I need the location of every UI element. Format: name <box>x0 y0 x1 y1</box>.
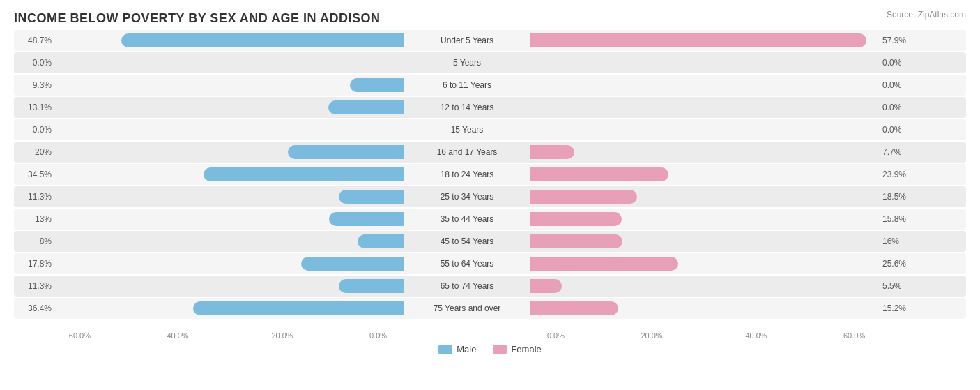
female-value: 23.9% <box>878 170 920 179</box>
male-bar <box>339 190 404 204</box>
male-bar-wrap <box>56 190 404 204</box>
legend-male: Male <box>438 344 476 354</box>
female-value: 5.5% <box>878 281 920 291</box>
female-bar-wrap <box>530 234 878 248</box>
female-value: 18.5% <box>878 192 920 202</box>
male-value: 11.3% <box>14 281 56 291</box>
male-bar <box>328 100 404 114</box>
male-bar <box>329 212 404 226</box>
chart-row: 13% 35 to 44 Years 15.8% <box>14 209 966 230</box>
female-bar <box>530 301 618 315</box>
female-bar-wrap <box>530 123 878 137</box>
age-label: 6 to 11 Years <box>404 80 530 90</box>
age-label: 16 and 17 Years <box>404 147 530 157</box>
male-bar-wrap <box>56 78 404 92</box>
male-value: 8% <box>14 237 56 246</box>
male-bar <box>358 234 404 248</box>
row-inner: 48.7% Under 5 Years 57.9% <box>14 30 966 51</box>
legend-male-box <box>438 345 452 354</box>
female-value: 7.7% <box>878 147 920 157</box>
female-bar <box>530 190 637 204</box>
female-bar <box>530 167 668 181</box>
row-inner: 11.3% 65 to 74 Years 5.5% <box>14 276 966 297</box>
age-label: Under 5 Years <box>404 36 530 45</box>
female-bar-wrap <box>530 257 878 271</box>
female-bar-wrap <box>530 100 878 114</box>
legend-female: Female <box>493 344 541 354</box>
row-inner: 34.5% 18 to 24 Years 23.9% <box>14 164 966 185</box>
male-bar-wrap <box>56 56 404 70</box>
right-axis-tick: 20.0% <box>634 331 669 340</box>
chart-container: INCOME BELOW POVERTY BY SEX AND AGE IN A… <box>0 0 980 390</box>
male-bar <box>121 33 404 47</box>
row-inner: 36.4% 75 Years and over 15.2% <box>14 298 966 319</box>
legend-male-label: Male <box>457 344 476 354</box>
female-bar <box>530 145 574 159</box>
male-value: 13.1% <box>14 103 56 112</box>
male-value: 13% <box>14 214 56 224</box>
age-label: 18 to 24 Years <box>404 170 530 179</box>
male-bar-wrap <box>56 100 404 114</box>
male-bar-wrap <box>56 123 404 137</box>
age-label: 5 Years <box>404 58 530 68</box>
age-label: 45 to 54 Years <box>404 237 530 246</box>
female-value: 0.0% <box>878 103 920 112</box>
legend-female-box <box>493 345 507 354</box>
row-inner: 13.1% 12 to 14 Years 0.0% <box>14 97 966 118</box>
male-value: 0.0% <box>14 58 56 68</box>
female-bar-wrap <box>530 167 878 181</box>
female-value: 15.2% <box>878 303 920 313</box>
age-label: 25 to 34 Years <box>404 192 530 202</box>
age-label: 15 Years <box>404 125 530 135</box>
male-value: 48.7% <box>14 36 56 45</box>
male-bar <box>288 145 404 159</box>
age-label: 75 Years and over <box>404 303 530 313</box>
left-axis-tick: 20.0% <box>265 331 300 340</box>
female-value: 0.0% <box>878 125 920 135</box>
female-value: 0.0% <box>878 80 920 90</box>
row-inner: 0.0% 5 Years 0.0% <box>14 52 966 73</box>
right-axis-tick: 60.0% <box>843 331 878 340</box>
legend: Male Female <box>14 344 966 354</box>
left-axis-tick: 60.0% <box>56 331 91 340</box>
chart-row: 36.4% 75 Years and over 15.2% <box>14 298 966 319</box>
chart-row: 11.3% 65 to 74 Years 5.5% <box>14 276 966 297</box>
chart-row: 34.5% 18 to 24 Years 23.9% <box>14 164 966 185</box>
male-value: 0.0% <box>14 125 56 135</box>
age-label: 35 to 44 Years <box>404 214 530 224</box>
chart-title: INCOME BELOW POVERTY BY SEX AND AGE IN A… <box>14 11 966 26</box>
female-value: 25.6% <box>878 259 920 269</box>
chart-row: 13.1% 12 to 14 Years 0.0% <box>14 97 966 118</box>
age-label: 65 to 74 Years <box>404 281 530 291</box>
male-value: 36.4% <box>14 303 56 313</box>
male-bar-wrap <box>56 212 404 226</box>
male-bar-wrap <box>56 145 404 159</box>
female-bar-wrap <box>530 145 878 159</box>
female-bar-wrap <box>530 33 878 47</box>
female-bar <box>530 33 866 47</box>
male-bar <box>350 78 404 92</box>
row-inner: 20% 16 and 17 Years 7.7% <box>14 142 966 163</box>
male-bar-wrap <box>56 257 404 271</box>
chart-row: 11.3% 25 to 34 Years 18.5% <box>14 186 966 207</box>
female-bar-wrap <box>530 56 878 70</box>
male-bar-wrap <box>56 33 404 47</box>
male-bar <box>204 167 404 181</box>
male-value: 17.8% <box>14 259 56 269</box>
male-bar-wrap <box>56 234 404 248</box>
row-inner: 11.3% 25 to 34 Years 18.5% <box>14 186 966 207</box>
male-value: 34.5% <box>14 170 56 179</box>
female-value: 0.0% <box>878 58 920 68</box>
male-bar-wrap <box>56 167 404 181</box>
male-bar <box>301 257 404 271</box>
chart-row: 8% 45 to 54 Years 16% <box>14 231 966 252</box>
x-axis: 60.0%40.0%20.0%0.0% 0.0%20.0%40.0%60.0% <box>14 331 966 340</box>
row-inner: 0.0% 15 Years 0.0% <box>14 119 966 140</box>
chart-row: 9.3% 6 to 11 Years 0.0% <box>14 75 966 96</box>
row-inner: 8% 45 to 54 Years 16% <box>14 231 966 252</box>
row-inner: 9.3% 6 to 11 Years 0.0% <box>14 75 966 96</box>
chart-row: 0.0% 15 Years 0.0% <box>14 119 966 140</box>
row-inner: 13% 35 to 44 Years 15.8% <box>14 209 966 230</box>
male-value: 9.3% <box>14 80 56 90</box>
left-axis-tick: 40.0% <box>160 331 195 340</box>
